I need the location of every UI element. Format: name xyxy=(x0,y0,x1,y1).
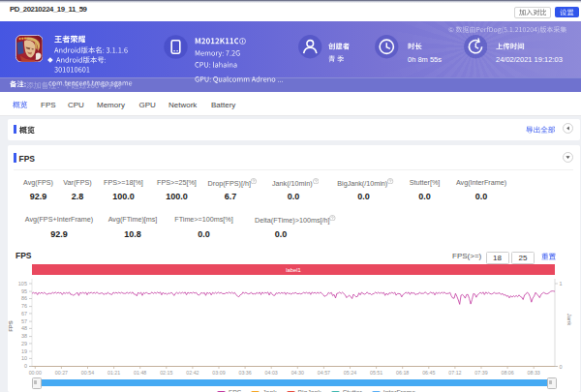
svg-text:08:33: 08:33 xyxy=(528,370,540,376)
svg-text:00:00: 00:00 xyxy=(29,370,42,376)
svg-text:0: 0 xyxy=(24,363,27,369)
svg-text:76: 76 xyxy=(21,303,27,309)
svg-text:07:12: 07:12 xyxy=(448,370,461,376)
svg-text:Jank: Jank xyxy=(566,314,572,327)
svg-text:04:30: 04:30 xyxy=(291,370,304,376)
svg-text:19: 19 xyxy=(21,348,27,354)
svg-text:67: 67 xyxy=(21,311,27,317)
svg-text:05:51: 05:51 xyxy=(370,370,382,376)
svg-text:48: 48 xyxy=(21,325,27,331)
svg-text:05:24: 05:24 xyxy=(344,370,356,376)
svg-text:1: 1 xyxy=(560,281,563,286)
svg-text:FPS: FPS xyxy=(8,320,14,332)
svg-text:04:57: 04:57 xyxy=(318,370,330,376)
svg-text:04:03: 04:03 xyxy=(265,370,278,376)
svg-text:02:42: 02:42 xyxy=(186,370,199,376)
svg-text:02:15: 02:15 xyxy=(160,370,172,376)
svg-text:95: 95 xyxy=(21,288,27,294)
svg-text:08:06: 08:06 xyxy=(501,370,513,376)
svg-text:86: 86 xyxy=(21,295,27,301)
svg-text:06:18: 06:18 xyxy=(396,370,409,376)
svg-text:06:45: 06:45 xyxy=(422,370,435,376)
svg-text:07:39: 07:39 xyxy=(474,370,487,376)
svg-text:10: 10 xyxy=(21,355,27,361)
svg-text:00:54: 00:54 xyxy=(81,370,94,376)
svg-text:03:09: 03:09 xyxy=(212,370,225,376)
svg-text:00:27: 00:27 xyxy=(55,370,68,376)
svg-text:0: 0 xyxy=(560,364,563,370)
svg-text:29: 29 xyxy=(21,341,27,347)
svg-text:57: 57 xyxy=(21,318,27,324)
svg-text:38: 38 xyxy=(21,333,27,339)
svg-text:01:48: 01:48 xyxy=(134,370,146,376)
svg-text:03:36: 03:36 xyxy=(238,370,251,376)
svg-text:105: 105 xyxy=(18,281,27,286)
svg-text:01:21: 01:21 xyxy=(107,370,120,376)
